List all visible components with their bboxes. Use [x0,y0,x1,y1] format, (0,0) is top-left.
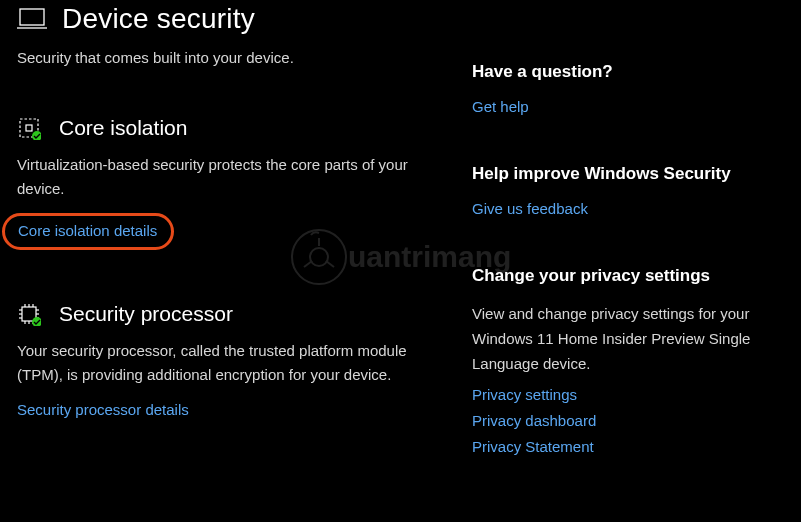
privacy-dashboard-link[interactable]: Privacy dashboard [472,412,782,429]
core-isolation-title: Core isolation [59,116,187,140]
svg-point-18 [32,317,41,326]
improve-title: Help improve Windows Security [472,164,782,184]
core-isolation-highlight: Core isolation details [2,213,174,250]
svg-point-4 [32,131,41,140]
privacy-section: Change your privacy settings View and ch… [472,266,782,455]
privacy-settings-link[interactable]: Privacy settings [472,386,782,403]
core-isolation-icon [17,116,41,140]
improve-section: Help improve Windows Security Give us fe… [472,164,782,218]
core-isolation-desc: Virtualization-based security protects t… [17,153,452,201]
svg-rect-3 [26,125,32,131]
page-title: Device security [62,3,255,35]
get-help-link[interactable]: Get help [472,98,529,115]
question-section: Have a question? Get help [472,62,782,116]
security-processor-details-link[interactable]: Security processor details [17,401,189,418]
security-processor-desc: Your security processor, called the trus… [17,339,452,387]
core-isolation-details-link[interactable]: Core isolation details [18,222,157,239]
page-subtitle: Security that comes built into your devi… [17,49,452,66]
privacy-title: Change your privacy settings [472,266,782,286]
page-header: Device security [17,3,452,35]
security-processor-icon [17,302,41,326]
core-isolation-section: Core isolation Virtualization-based secu… [17,116,452,250]
svg-rect-0 [20,9,44,25]
question-title: Have a question? [472,62,782,82]
security-processor-title: Security processor [59,302,233,326]
device-icon [17,7,47,31]
security-processor-section: Security processor Your security process… [17,302,452,419]
privacy-desc: View and change privacy settings for you… [472,302,782,376]
privacy-statement-link[interactable]: Privacy Statement [472,438,782,455]
give-feedback-link[interactable]: Give us feedback [472,200,588,217]
